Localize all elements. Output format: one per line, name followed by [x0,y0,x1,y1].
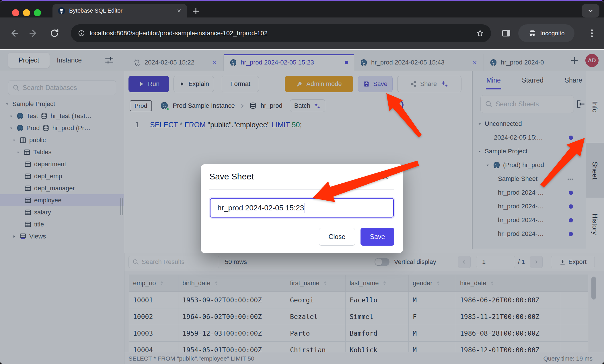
browser-navbar: localhost:8080/sql-editor/prod-sample-in… [0,17,604,49]
dialog-save-button[interactable]: Save [361,228,394,246]
browser-menu-icon[interactable] [587,28,597,38]
url-text: localhost:8080/sql-editor/prod-sample-in… [90,30,471,37]
new-tab-button[interactable] [191,6,201,16]
traffic-light-close[interactable] [12,9,19,16]
forward-icon[interactable] [29,28,39,38]
traffic-light-zoom[interactable] [34,9,41,16]
site-info-icon[interactable] [78,30,85,37]
address-bar[interactable]: localhost:8080/sql-editor/prod-sample-in… [71,24,491,42]
browser-tab-title: Bytebase SQL Editor [69,7,173,14]
back-icon[interactable] [9,28,19,38]
chevron-down-icon [587,8,594,14]
dialog-title: Save Sheet [209,172,254,181]
browser-tab[interactable]: Bytebase SQL Editor [52,4,187,17]
bookmark-star-icon[interactable] [476,29,484,37]
save-sheet-dialog: Save Sheet hr_prod 2024-02-05 15:23 Clos… [201,164,403,253]
dialog-divider [209,189,394,190]
side-panel-icon[interactable] [501,28,511,38]
browser-tabstrip: Bytebase SQL Editor [0,1,604,17]
close-icon[interactable] [381,173,389,181]
reload-icon[interactable] [49,28,60,38]
text-caret [305,203,305,213]
close-button[interactable]: Close [319,228,355,246]
bytebase-favicon [58,7,65,15]
incognito-badge: Incognito [518,24,574,42]
sheet-name-value: hr_prod 2024-02-05 15:23 [217,203,304,212]
incognito-label: Incognito [540,30,564,37]
bytebase-app: Project Instance 2024-02-05 15:22hr_prod… [0,50,604,364]
traffic-light-minimize[interactable] [23,9,30,16]
tab-search-button[interactable] [582,4,599,17]
tab-close-icon[interactable] [176,8,182,13]
sheet-name-input[interactable]: hr_prod 2024-02-05 15:23 [210,198,394,218]
incognito-icon [528,29,537,38]
browser-window: Bytebase SQL Editor localhost:8080/sql-e… [0,0,604,364]
